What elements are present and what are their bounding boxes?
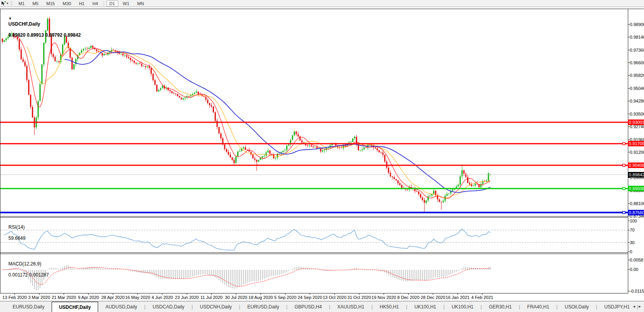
price-tick-0.96600: 0.96600: [630, 60, 644, 65]
line-handle-0.89006[interactable]: [623, 187, 625, 190]
macd-indicator-label: MACD(12,26,9) 0.001172 0.001287: [3, 256, 49, 283]
trading-platform-window: ▾ M1M5M15M30H1H4D1W1MN ▼ USDCHF,Daily 0.…: [0, 0, 644, 312]
ma-slow-line: [65, 50, 490, 192]
line-handle-0.91709[interactable]: [623, 142, 625, 145]
chart-tab-usdchf-daily[interactable]: USDCHF,Daily: [52, 302, 99, 312]
rsi-tick-70: 70: [630, 227, 644, 233]
chart-tab-ger30-h1[interactable]: GER30,H1: [482, 301, 519, 312]
price-label-0.93001: 0.93001: [628, 120, 644, 125]
rsi-tick-30: 30: [630, 240, 644, 245]
price-tick-0.94280: 0.94280: [630, 98, 644, 104]
price-tick-0.93500: 0.93500: [630, 111, 644, 117]
line-handle-0.90406[interactable]: [623, 164, 625, 166]
line-handle-0.87560[interactable]: [623, 211, 625, 214]
chart-ohlc-values: 0.89820 0.89913 0.89792 0.89842: [8, 32, 81, 38]
chart-tab-usdcad-daily[interactable]: USDCAD,Daily: [145, 301, 192, 312]
chart-tab-hk50-h1[interactable]: HK50,H1: [373, 301, 406, 312]
macd-name: MACD(12,26,9): [8, 261, 41, 267]
rsi-layer: [0, 229, 628, 250]
price-tick-0.98140: 0.98140: [630, 34, 644, 40]
ma-fast-line: [14, 37, 490, 198]
macd-layer: [2, 265, 490, 291]
chart-tab-gbpusd-h4[interactable]: GBPUSD,H4: [287, 301, 329, 312]
rsi-tick-100: 100: [630, 218, 644, 224]
macd-tick-0.00: 0.00: [630, 267, 644, 272]
chart-canvas[interactable]: [0, 0, 644, 301]
chart-tab-bar: EURUSD,DailyUSDCHF,DailyAUDUSD,Daily|USD…: [0, 301, 644, 312]
chart-tab-fra40-h1[interactable]: FRA40,H1: [520, 301, 557, 312]
rsi-name: RSI(14): [8, 224, 24, 230]
tab-scroll-arrows: ◄ ►: [631, 301, 643, 312]
chart-tab-usoil-daily[interactable]: USOil,Daily: [558, 301, 596, 312]
macd-tick--0.01151: -0.01151: [630, 288, 644, 294]
macd-values: 0.001172 0.001287: [8, 272, 49, 278]
chart-tab-uk100-h1[interactable]: UK100,H1: [407, 301, 443, 312]
price-tick-0.98900: 0.98900: [630, 22, 644, 27]
price-label-0.91709: 0.91709: [628, 141, 644, 146]
rsi-tick-0: 0: [630, 249, 644, 254]
price-tick-0.88100: 0.88100: [630, 201, 644, 206]
macd-tick-0.005818: 0.005818: [630, 257, 644, 263]
chart-tab-xauusd-h1[interactable]: XAUUSD,H1: [330, 301, 372, 312]
rsi-value: 59.6649: [8, 235, 25, 241]
price-tick-0.95820: 0.95820: [630, 73, 644, 78]
rsi-line: [4, 229, 490, 250]
price-tick-0.95040: 0.95040: [630, 86, 644, 91]
price-tick-0.91200: 0.91200: [630, 149, 644, 155]
chart-tab-eurusd-daily[interactable]: EURUSD,Daily: [240, 301, 286, 312]
price-tick-0.97360: 0.97360: [630, 47, 644, 53]
chart-tab-usdcnh-daily[interactable]: USDCNH,Daily: [193, 301, 239, 312]
price-label-0.89006: 0.89006: [628, 186, 644, 191]
current-price-label: 0.89842: [628, 172, 644, 177]
moving-averages-layer: [14, 37, 490, 198]
chart-tab-eurusd-daily[interactable]: EURUSD,Daily: [6, 301, 52, 312]
chart-menu-icon[interactable]: ▼: [8, 17, 12, 21]
chart-symbol-timeframe: USDCHF,Daily: [8, 21, 40, 27]
tab-scroll-right-icon[interactable]: ►: [637, 305, 643, 308]
date-tick-4-feb-2021: 4 Feb 2021: [466, 295, 499, 300]
candles-layer: [2, 17, 491, 212]
chart-tab-audusd-daily[interactable]: AUDUSD,Daily: [98, 301, 144, 312]
tab-scroll-left-icon[interactable]: ◄: [631, 305, 637, 308]
rsi-indicator-label: RSI(14) 59.6649: [3, 219, 26, 247]
macd-signal-line: [2, 267, 490, 286]
chart-title: ▼ USDCHF,Daily 0.89820 0.89913 0.89792 0…: [3, 10, 81, 43]
price-label-0.87560: 0.87560: [628, 210, 644, 215]
chart-tab-uk100-h1[interactable]: UK100,H1: [445, 301, 480, 312]
price-label-0.90406: 0.90406: [628, 163, 644, 168]
